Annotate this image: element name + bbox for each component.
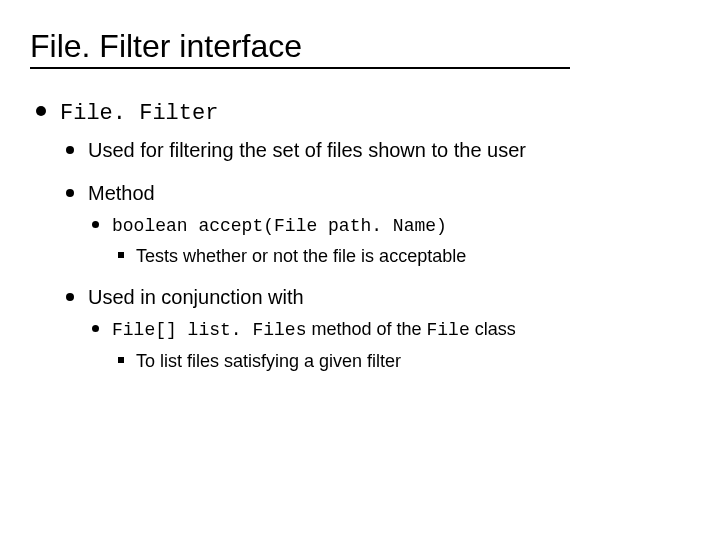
- list-item: Used in conjunction with File[] list. Fi…: [60, 284, 690, 373]
- title-wrap: File. Filter interface: [30, 28, 690, 69]
- list-item: To list files satisfying a given filter: [112, 349, 690, 373]
- body-text: method of the: [306, 319, 426, 339]
- body-text: Used for filtering the set of files show…: [88, 139, 526, 161]
- body-text: Method: [88, 182, 155, 204]
- code-text: File[] list. Files: [112, 320, 306, 340]
- body-text: Tests whether or not the file is accepta…: [136, 246, 466, 266]
- body-text: To list files satisfying a given filter: [136, 351, 401, 371]
- body-text: class: [470, 319, 516, 339]
- slide: File. Filter interface File. Filter Used…: [0, 0, 720, 540]
- list-item: Tests whether or not the file is accepta…: [112, 244, 690, 268]
- slide-content: File. Filter Used for filtering the set …: [30, 73, 690, 373]
- code-text: File: [427, 320, 470, 340]
- body-text: Used in conjunction with: [88, 286, 304, 308]
- list-item: File[] list. Files method of the File cl…: [88, 317, 690, 373]
- list-item: File. Filter Used for filtering the set …: [30, 97, 690, 373]
- bullet-list-lvl4: Tests whether or not the file is accepta…: [112, 244, 690, 268]
- bullet-list-lvl1: File. Filter Used for filtering the set …: [30, 97, 690, 373]
- code-text: File. Filter: [60, 101, 218, 126]
- bullet-list-lvl2: Used for filtering the set of files show…: [60, 137, 690, 373]
- title-underline: [30, 67, 570, 69]
- list-item: Used for filtering the set of files show…: [60, 137, 690, 164]
- bullet-list-lvl4: To list files satisfying a given filter: [112, 349, 690, 373]
- slide-title: File. Filter interface: [30, 28, 690, 65]
- list-item: boolean accept(File path. Name) Tests wh…: [88, 213, 690, 269]
- list-item: Method boolean accept(File path. Name) T…: [60, 180, 690, 269]
- bullet-list-lvl3: boolean accept(File path. Name) Tests wh…: [88, 213, 690, 269]
- code-text: boolean accept(File path. Name): [112, 216, 447, 236]
- bullet-list-lvl3: File[] list. Files method of the File cl…: [88, 317, 690, 373]
